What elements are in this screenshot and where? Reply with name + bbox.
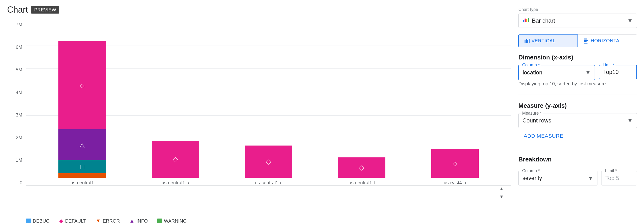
bar-segment-default: ◇ (58, 41, 106, 129)
chart-inner: 7M 6M 5M 4M 3M 2M 1M 0 (7, 22, 511, 214)
y-axis-2m: 2M (16, 135, 22, 140)
legend-label-error: ERROR (102, 218, 120, 224)
svg-rect-7 (529, 39, 530, 43)
svg-rect-6 (528, 40, 528, 43)
legend-item-default: ◆ DEFAULT (59, 218, 86, 224)
legend-color-warning (157, 218, 162, 223)
chart-area: Chart PREVIEW 7M 6M 5M 4M 3M 2M 1M 0 (0, 0, 511, 224)
legend-label-debug: DEBUG (33, 218, 50, 224)
limit-value-input[interactable] (612, 69, 632, 75)
bar-segment-default-e: ◇ (431, 149, 479, 178)
bar-stack-us-central1-f: ◇ (338, 157, 386, 178)
breakdown-column-label: Column * (521, 168, 541, 173)
breakdown-title: Breakdown (518, 156, 637, 163)
y-axis-4m: 4M (16, 90, 22, 95)
right-panel: Chart type Bar chart ▼ (511, 0, 644, 224)
measure-arrow: ▼ (627, 117, 633, 124)
bar-segment-default-a: ◇ (152, 141, 199, 178)
bar-icon-diamond: ◇ (80, 82, 85, 89)
bar-segment-default-f: ◇ (338, 157, 386, 178)
breakdown-row: Column * severity ▼ Limit * Top 5 (518, 171, 637, 185)
plus-icon: + (518, 133, 522, 139)
vertical-icon (524, 38, 530, 44)
bar-stack-us-central1: □ △ ◇ (58, 41, 106, 178)
svg-rect-11 (584, 43, 588, 44)
svg-rect-4 (524, 40, 526, 43)
breakdown-column-value: severity (522, 175, 542, 181)
dimension-column-label: Column * (521, 63, 541, 68)
dimension-limit-group: Limit * Top (599, 65, 637, 79)
bar-stack-us-central1-a: ◇ (152, 141, 199, 178)
svg-rect-0 (523, 20, 524, 22)
bar-icon-diamond-a: ◇ (173, 155, 178, 163)
dimension-section: Dimension (x-axis) Column * location ▼ L… (518, 54, 637, 87)
chart-type-label: Chart type (518, 7, 637, 12)
bar-label-us-central1-c: us-central1-c (255, 180, 282, 185)
horizontal-button[interactable]: HORIZONTAL (578, 35, 637, 47)
limit-prefix: Top (603, 69, 612, 75)
bar-group-us-central1-c: ◇ us-central1-c (245, 145, 292, 185)
bar-segment-default-c: ◇ (245, 145, 292, 178)
y-axis-0: 0 (20, 180, 22, 185)
legend-icon-default: ◆ (59, 218, 63, 224)
preview-badge: PREVIEW (31, 6, 59, 14)
svg-rect-1 (524, 19, 526, 22)
add-measure-button[interactable]: + ADD MEASURE (518, 132, 637, 140)
horizontal-icon (584, 38, 589, 44)
measure-section: Measure (y-axis) Measure * Count rows ▼ … (518, 102, 637, 140)
svg-rect-3 (528, 18, 529, 22)
bar-stack-us-central1-c: ◇ (245, 145, 292, 178)
breakdown-limit-placeholder: Top 5 (605, 175, 619, 181)
bar-group-us-central1: □ △ ◇ us-central1 (58, 41, 106, 185)
y-axis: 7M 6M 5M 4M 3M 2M 1M 0 (7, 22, 26, 200)
chart-header: Chart PREVIEW (7, 5, 511, 15)
bar-label-us-central1-f: us-central1-f (348, 180, 375, 185)
dimension-column-arrow: ▼ (585, 69, 591, 76)
y-axis-3m: 3M (16, 112, 22, 118)
bar-icon-diamond-c: ◇ (266, 158, 271, 165)
chart-legend: DEBUG ◆ DEFAULT ▼ ERROR ▲ INFO WARNING (7, 214, 511, 224)
scroll-down-button[interactable]: ▼ (497, 193, 506, 200)
legend-icon-error: ▼ (96, 218, 101, 224)
legend-icon-info: ▲ (130, 218, 135, 224)
bar-group-us-east4-b: ◇ us-east4-b (431, 149, 479, 185)
chart-container: 7M 6M 5M 4M 3M 2M 1M 0 (7, 22, 511, 224)
divider-1 (518, 94, 637, 94)
dimension-limit-label: Limit * (602, 63, 616, 68)
bars-wrapper: □ △ ◇ us-central1 (26, 22, 511, 185)
chart-title: Chart (7, 5, 28, 15)
legend-item-error: ▼ ERROR (96, 218, 120, 224)
add-measure-label: ADD MEASURE (524, 133, 564, 139)
legend-item-info: ▲ INFO (130, 218, 148, 224)
horizontal-label: HORIZONTAL (591, 38, 622, 44)
bar-icon-diamond-f: ◇ (359, 164, 364, 171)
orientation-buttons: VERTICAL HORIZONTAL (518, 35, 637, 47)
bar-segment-info: △ (58, 129, 106, 160)
scroll-up-button[interactable]: ▲ (497, 185, 506, 192)
measure-field-group: Measure * Count rows ▼ (518, 113, 637, 128)
dimension-column-value: location (523, 69, 542, 76)
divider-2 (518, 148, 637, 148)
bar-label-us-central1: us-central1 (70, 180, 94, 185)
bars-area: □ △ ◇ us-central1 (26, 22, 511, 200)
bar-group-us-central1-a: ◇ us-central1-a (152, 141, 199, 185)
legend-item-debug: DEBUG (26, 218, 50, 224)
svg-rect-9 (584, 40, 588, 41)
bar-label-us-central1-a: us-central1-a (162, 180, 189, 185)
svg-rect-10 (584, 41, 586, 42)
bar-label-us-east4-b: us-east4-b (444, 180, 466, 185)
bar-icon-diamond-e: ◇ (452, 160, 458, 167)
y-axis-1m: 1M (16, 157, 22, 163)
measure-title: Measure (y-axis) (518, 102, 637, 109)
breakdown-column-arrow: ▼ (588, 175, 594, 181)
chart-type-select[interactable]: Bar chart ▼ (518, 14, 637, 28)
chart-type-text: Bar chart (532, 17, 555, 24)
chart-type-arrow: ▼ (627, 17, 633, 24)
dimension-field-row: Column * location ▼ Limit * Top (518, 65, 637, 80)
bar-chart-icon (522, 17, 529, 24)
vertical-button[interactable]: VERTICAL (518, 35, 578, 47)
svg-rect-8 (584, 39, 587, 40)
chart-type-section: Chart type Bar chart ▼ (518, 7, 637, 28)
svg-rect-2 (526, 19, 528, 22)
y-axis-5m: 5M (16, 67, 22, 73)
